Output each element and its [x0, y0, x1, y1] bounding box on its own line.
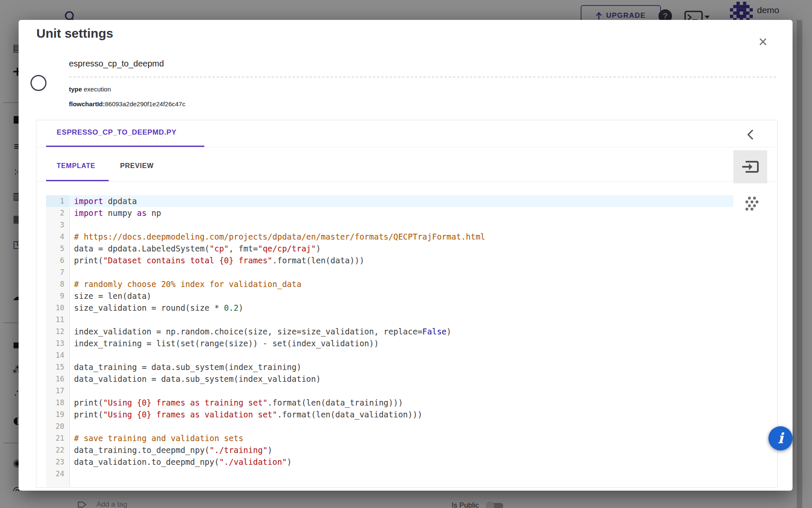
line-content: print("Dataset contains total {0} frames… [69, 254, 364, 266]
type-value: execution [82, 86, 111, 93]
code-line[interactable]: 16data_validation = data.sub_system(inde… [46, 373, 733, 385]
line-content: print("Using {0} frames as training set"… [69, 397, 403, 409]
line-number: 1 [46, 195, 69, 207]
line-number: 8 [46, 278, 69, 290]
line-number: 22 [46, 444, 69, 456]
grain-button[interactable] [742, 193, 762, 213]
line-number: 14 [46, 349, 69, 361]
code-line[interactable]: 4# https://docs.deepmodeling.com/project… [46, 231, 733, 243]
code-line[interactable]: 2import numpy as np [46, 207, 733, 219]
line-content: index_validation = np.random.choice(size… [69, 326, 451, 337]
line-number: 20 [46, 420, 69, 432]
line-number: 10 [46, 302, 69, 314]
line-content: print("Using {0} frames as validation se… [69, 409, 422, 420]
code-line[interactable]: 7 [46, 266, 733, 278]
chevron-left-icon [746, 129, 755, 140]
line-content: # randomly choose 20% index for validati… [69, 278, 302, 290]
close-icon[interactable]: × [754, 33, 772, 51]
tab-preview[interactable]: PREVIEW [120, 162, 154, 170]
line-content: index_training = list(set(range(size)) -… [69, 337, 379, 349]
line-content [69, 314, 74, 326]
grain-dots-icon [744, 196, 760, 211]
modal-title: Unit settings [36, 26, 113, 41]
info-widget-button[interactable]: i [768, 426, 793, 450]
code-line[interactable]: 18print("Using {0} frames as training se… [46, 397, 733, 409]
line-content: data_training.to_deepmd_npy("./training"… [69, 444, 272, 456]
code-line[interactable]: 1import dpdata [46, 195, 733, 207]
line-number: 6 [46, 254, 69, 266]
line-content: data_validation = data.sub_system(index_… [69, 373, 321, 385]
code-line[interactable]: 12index_validation = np.random.choice(si… [46, 326, 733, 337]
code-line[interactable]: 14 [46, 349, 733, 361]
unit-status-circle-icon [30, 75, 47, 91]
code-line[interactable]: 19print("Using {0} frames as validation … [46, 409, 733, 420]
file-tab[interactable]: ESPRESSO_CP_TO_DEEPMD.PY [57, 128, 176, 137]
unit-name: espresso_cp_to_deepmd [69, 59, 164, 69]
dashed-divider [69, 77, 776, 77]
line-number: 5 [46, 243, 69, 254]
unit-settings-modal: Unit settings × espresso_cp_to_deepmd ty… [19, 20, 793, 491]
line-number: 17 [46, 385, 69, 397]
code-line[interactable]: 15data_training = data.sub_system(index_… [46, 361, 733, 373]
code-line[interactable]: 5data = dpdata.LabeledSystem("cp", fmt="… [46, 243, 733, 254]
code-line[interactable]: 3 [46, 219, 733, 231]
line-content: # https://docs.deepmodeling.com/projects… [69, 231, 485, 243]
code-line[interactable]: 9size = len(data) [46, 290, 733, 302]
code-lines: 1import dpdata2import numpy as np34# htt… [46, 195, 733, 480]
type-label: type [69, 86, 82, 93]
divider [36, 181, 777, 182]
line-number: 18 [46, 397, 69, 409]
line-content: data_validation.to_deepmd_npy("./validat… [69, 456, 292, 468]
divider [36, 147, 777, 147]
line-content: size_validation = round(size * 0.2) [69, 302, 243, 314]
line-content: # save training and validation sets [69, 432, 243, 444]
line-number: 9 [46, 290, 69, 302]
code-line[interactable]: 10size_validation = round(size * 0.2) [46, 302, 733, 314]
line-number: 11 [46, 314, 69, 326]
unit-type-row: type execution [69, 86, 111, 93]
line-number: 7 [46, 266, 69, 278]
code-line[interactable]: 20 [46, 420, 733, 432]
line-number: 13 [46, 337, 69, 349]
line-content: data_training = data.sub_system(index_tr… [69, 361, 302, 373]
code-line[interactable]: 6print("Dataset contains total {0} frame… [46, 254, 733, 266]
line-number: 24 [46, 468, 69, 480]
code-line[interactable]: 22data_training.to_deepmd_npy("./trainin… [46, 444, 733, 456]
line-content: data = dpdata.LabeledSystem("cp", fmt="q… [69, 243, 321, 254]
code-line[interactable]: 21# save training and validation sets [46, 432, 733, 444]
input-arrow-icon [741, 158, 760, 175]
line-content [69, 385, 74, 397]
flowchart-value: 86093a2de290f1e24f26c47c [105, 100, 185, 108]
code-line[interactable]: 13index_training = list(set(range(size))… [46, 337, 733, 349]
unit-flowchart-row: flowchartId:86093a2de290f1e24f26c47c [69, 100, 185, 108]
code-line[interactable]: 23data_validation.to_deepmd_npy("./valid… [46, 456, 733, 468]
open-in-editor-button[interactable] [733, 150, 767, 183]
code-editor[interactable]: 1import dpdata2import numpy as np34# htt… [46, 195, 733, 487]
line-content: import dpdata [69, 195, 137, 207]
line-number: 4 [46, 231, 69, 243]
code-line[interactable]: 11 [46, 314, 733, 326]
tab-template[interactable]: TEMPLATE [57, 162, 95, 170]
script-card: ESPRESSO_CP_TO_DEEPMD.PY TEMPLATE PREVIE… [36, 120, 778, 488]
code-line[interactable]: 8# randomly choose 20% index for validat… [46, 278, 733, 290]
line-number: 21 [46, 432, 69, 444]
code-line[interactable]: 17 [46, 385, 733, 397]
line-content: size = len(data) [69, 290, 151, 302]
line-content [69, 219, 74, 231]
line-number: 16 [46, 373, 69, 385]
line-content [69, 420, 74, 432]
collapse-panel-button[interactable] [742, 126, 759, 143]
line-number: 12 [46, 326, 69, 337]
line-number: 3 [46, 219, 69, 231]
line-content [69, 266, 74, 278]
line-content [69, 468, 74, 480]
flowchart-label: flowchartId: [69, 100, 105, 108]
line-number: 15 [46, 361, 69, 373]
line-content: import numpy as np [69, 207, 161, 219]
code-line[interactable]: 24 [46, 468, 733, 480]
line-content [69, 349, 74, 361]
line-number: 2 [46, 207, 69, 219]
line-number: 19 [46, 409, 69, 420]
line-number: 23 [46, 456, 69, 468]
